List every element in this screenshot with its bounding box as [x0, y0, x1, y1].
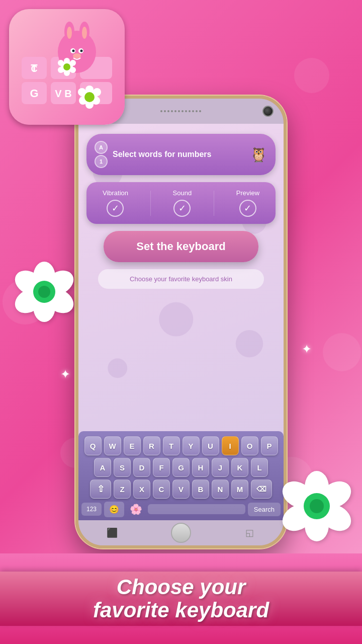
key-d[interactable]: D — [133, 458, 150, 477]
key-m[interactable]: M — [231, 479, 248, 499]
svg-point-36 — [64, 58, 70, 64]
svg-point-33 — [80, 50, 83, 52]
rear-camera-front — [262, 106, 274, 117]
svg-text:C: C — [31, 64, 38, 74]
bottom-banner: Choose your favorite keyboard — [0, 553, 362, 644]
svg-point-50 — [33, 281, 55, 303]
svg-point-57 — [282, 476, 318, 513]
options-row: Vibration ✓ Sound ✓ Preview ✓ — [92, 189, 270, 217]
divider-2 — [214, 191, 214, 216]
svg-point-52 — [305, 471, 329, 503]
vibration-option[interactable]: Vibration ✓ — [103, 189, 128, 217]
svg-point-42 — [63, 63, 70, 70]
key-e[interactable]: E — [124, 436, 141, 455]
keyboard-row-3: ⇧ Z X C V B N M ⌫ — [81, 479, 281, 499]
key-h[interactable]: H — [192, 458, 209, 477]
svg-point-28 — [67, 27, 72, 39]
vibration-label: Vibration — [103, 189, 128, 197]
svg-point-49 — [14, 266, 48, 300]
key-c[interactable]: C — [153, 479, 170, 499]
key-z[interactable]: Z — [114, 479, 131, 499]
banner-ribbon: Choose your favorite keyboard — [0, 572, 362, 626]
key-i[interactable]: I — [222, 436, 239, 455]
svg-point-38 — [70, 67, 76, 73]
svg-point-29 — [82, 27, 87, 39]
key-flower[interactable]: 🌸 — [127, 501, 145, 517]
select-words-button[interactable]: A 1 Select words for numbers 🦉 — [86, 134, 276, 175]
svg-point-3 — [323, 333, 361, 371]
set-keyboard-button[interactable]: Set the keyboard — [104, 231, 258, 262]
key-space[interactable] — [148, 504, 245, 514]
nav-back-button[interactable]: ⬛ — [103, 524, 121, 542]
svg-point-54 — [316, 499, 352, 536]
nav-recent-button[interactable]: ◱ — [241, 524, 259, 542]
key-g[interactable]: G — [172, 458, 190, 477]
svg-point-55 — [305, 509, 329, 541]
banner-text-line1: Choose your — [0, 576, 362, 599]
key-t[interactable]: T — [163, 436, 180, 455]
preview-option[interactable]: Preview ✓ — [236, 189, 259, 217]
letter-a-icon: A — [95, 141, 108, 154]
svg-point-41 — [58, 60, 64, 66]
choose-skin-label: Choose your favorite keyboard skin — [130, 275, 232, 283]
key-search[interactable]: Search — [248, 503, 281, 516]
choose-skin-button[interactable]: Choose your favorite keyboard skin — [98, 269, 264, 289]
key-o[interactable]: O — [241, 436, 258, 455]
key-y[interactable]: Y — [183, 436, 200, 455]
sound-check: ✓ — [173, 200, 191, 217]
decorative-flower-right — [282, 471, 352, 543]
svg-point-63 — [108, 358, 127, 378]
key-w[interactable]: W — [104, 436, 121, 455]
key-b[interactable]: B — [192, 479, 209, 499]
key-shift[interactable]: ⇧ — [90, 479, 111, 499]
svg-point-58 — [304, 493, 330, 519]
nav-home-button[interactable] — [171, 523, 191, 543]
svg-point-1 — [294, 58, 329, 93]
key-p[interactable]: P — [261, 436, 278, 455]
key-j[interactable]: J — [212, 458, 229, 477]
svg-point-19 — [93, 88, 101, 96]
svg-point-2 — [3, 279, 48, 325]
key-delete[interactable]: ⌫ — [251, 479, 272, 499]
select-words-icons: A 1 — [95, 141, 108, 168]
svg-text:G: G — [30, 87, 38, 100]
svg-text:V B: V B — [55, 88, 71, 99]
app-icon: T Y G V B C — [9, 9, 125, 125]
key-k[interactable]: K — [231, 458, 248, 477]
key-r[interactable]: R — [143, 436, 160, 455]
svg-point-40 — [58, 67, 64, 73]
sound-option[interactable]: Sound ✓ — [173, 189, 192, 217]
svg-point-51 — [38, 286, 50, 298]
banner-text-line2: favorite keyboard — [0, 599, 362, 622]
key-numpad[interactable]: 123 — [81, 503, 102, 516]
svg-point-59 — [310, 499, 324, 513]
key-l[interactable]: L — [251, 458, 268, 477]
options-panel: Vibration ✓ Sound ✓ Preview ✓ — [86, 182, 276, 224]
svg-point-64 — [236, 330, 263, 357]
key-f[interactable]: F — [153, 458, 170, 477]
key-u[interactable]: U — [202, 436, 219, 455]
svg-point-53 — [316, 476, 352, 513]
svg-point-44 — [33, 262, 55, 292]
svg-point-47 — [33, 292, 55, 322]
keyboard-row-1: Q W E R T Y U I O P — [81, 436, 281, 455]
key-s[interactable]: S — [114, 458, 131, 477]
svg-point-37 — [70, 60, 76, 66]
keyboard-row-2: A S D F G H J K L — [81, 458, 281, 477]
svg-point-56 — [282, 499, 318, 536]
svg-point-45 — [41, 266, 74, 300]
key-v[interactable]: V — [172, 479, 190, 499]
svg-point-39 — [64, 70, 70, 76]
key-n[interactable]: N — [212, 479, 229, 499]
select-words-label: Select words for numbers — [113, 150, 245, 159]
speaker-grille — [160, 110, 201, 112]
svg-point-46 — [41, 284, 74, 318]
keyboard-bottom-bar: 123 😊 🌸 Search — [81, 501, 281, 517]
key-emoji[interactable]: 😊 — [104, 502, 124, 517]
key-x[interactable]: X — [133, 479, 150, 499]
phone-screen: A 1 Select words for numbers 🦉 Vibration… — [78, 124, 284, 520]
phone-bottom-bar: ⬛ ◱ — [78, 520, 284, 545]
key-a[interactable]: A — [94, 458, 111, 477]
key-q[interactable]: Q — [84, 436, 102, 455]
preview-label: Preview — [236, 189, 259, 197]
